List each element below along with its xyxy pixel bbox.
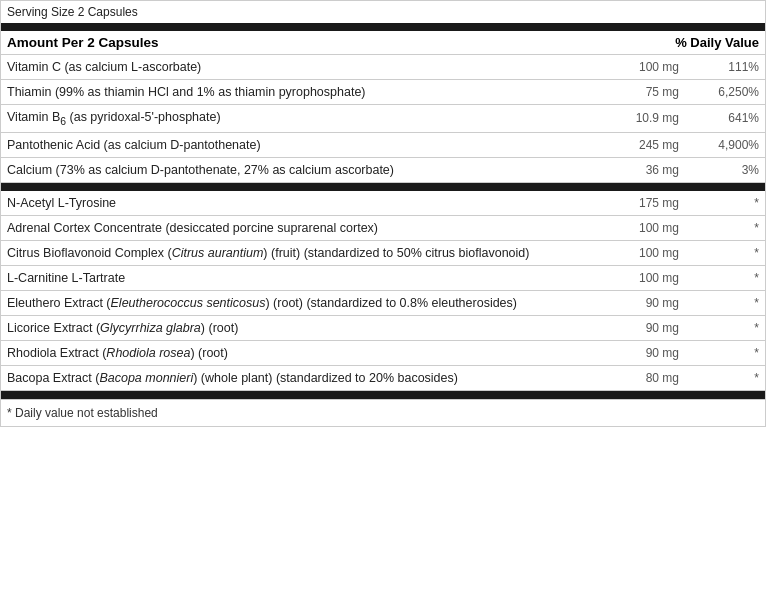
nutrient-amount: 175 mg xyxy=(609,196,689,210)
table-row: N-Acetyl L-Tyrosine 175 mg * xyxy=(1,191,765,216)
nutrient-dv: * xyxy=(689,346,759,360)
amount-per-label: Amount Per 2 Capsules xyxy=(7,35,159,50)
nutrient-dv: * xyxy=(689,271,759,285)
nutrient-amount: 80 mg xyxy=(609,371,689,385)
nutrient-dv: 3% xyxy=(689,163,759,177)
table-row: L-Carnitine L-Tartrate 100 mg * xyxy=(1,266,765,291)
table-row: Adrenal Cortex Concentrate (desiccated p… xyxy=(1,216,765,241)
nutrient-dv: 4,900% xyxy=(689,138,759,152)
table-row: Eleuthero Extract (Eleutherococcus senti… xyxy=(1,291,765,316)
nutrient-dv: 111% xyxy=(689,60,759,74)
table-row: Bacopa Extract (Bacopa monnieri) (whole … xyxy=(1,366,765,391)
nutrient-dv: * xyxy=(689,296,759,310)
footnote: * Daily value not established xyxy=(1,399,765,426)
nutrient-name: N-Acetyl L-Tyrosine xyxy=(7,196,609,210)
nutrient-dv: * xyxy=(689,371,759,385)
nutrient-amount: 100 mg xyxy=(609,271,689,285)
nutrient-dv: * xyxy=(689,321,759,335)
nutrient-dv: * xyxy=(689,246,759,260)
nutrient-name: Bacopa Extract (Bacopa monnieri) (whole … xyxy=(7,371,609,385)
nutrient-name: Calcium (73% as calcium D-pantothenate, … xyxy=(7,163,609,177)
amount-header: Amount Per 2 Capsules % Daily Value xyxy=(1,31,765,55)
footnote-text: * Daily value not established xyxy=(7,406,158,420)
nutrient-amount: 90 mg xyxy=(609,346,689,360)
nutrient-name: Eleuthero Extract (Eleutherococcus senti… xyxy=(7,296,609,310)
daily-value-label: % Daily Value xyxy=(675,35,759,50)
serving-size-text: Serving Size 2 Capsules xyxy=(7,5,138,19)
nutrient-dv: * xyxy=(689,221,759,235)
nutrient-amount: 245 mg xyxy=(609,138,689,152)
nutrient-name: Rhodiola Extract (Rhodiola rosea) (root) xyxy=(7,346,609,360)
vitamins-section: Vitamin C (as calcium L-ascorbate) 100 m… xyxy=(1,55,765,183)
nutrient-amount: 100 mg xyxy=(609,246,689,260)
table-row: Citrus Bioflavonoid Complex (Citrus aura… xyxy=(1,241,765,266)
nutrient-name: Pantothenic Acid (as calcium D-pantothen… xyxy=(7,138,609,152)
nutrient-name: L-Carnitine L-Tartrate xyxy=(7,271,609,285)
table-row: Calcium (73% as calcium D-pantothenate, … xyxy=(1,158,765,183)
nutrient-dv: 641% xyxy=(689,111,759,125)
nutrient-amount: 10.9 mg xyxy=(609,111,689,125)
serving-size: Serving Size 2 Capsules xyxy=(1,1,765,31)
nutrient-amount: 90 mg xyxy=(609,296,689,310)
nutrient-name: Licorice Extract (Glycyrrhiza glabra) (r… xyxy=(7,321,609,335)
nutrient-dv: * xyxy=(689,196,759,210)
table-row: Vitamin B6 (as pyridoxal-5'-phosphate) 1… xyxy=(1,105,765,133)
table-row: Pantothenic Acid (as calcium D-pantothen… xyxy=(1,133,765,158)
table-row: Vitamin C (as calcium L-ascorbate) 100 m… xyxy=(1,55,765,80)
nutrient-amount: 100 mg xyxy=(609,60,689,74)
nutrient-name: Vitamin B6 (as pyridoxal-5'-phosphate) xyxy=(7,110,609,127)
nutrient-amount: 36 mg xyxy=(609,163,689,177)
table-row: Licorice Extract (Glycyrrhiza glabra) (r… xyxy=(1,316,765,341)
table-row: Rhodiola Extract (Rhodiola rosea) (root)… xyxy=(1,341,765,366)
nutrient-amount: 75 mg xyxy=(609,85,689,99)
section-divider xyxy=(1,183,765,191)
nutrient-name: Vitamin C (as calcium L-ascorbate) xyxy=(7,60,609,74)
bottom-divider xyxy=(1,391,765,399)
nutrient-amount: 90 mg xyxy=(609,321,689,335)
nutrient-name: Citrus Bioflavonoid Complex (Citrus aura… xyxy=(7,246,609,260)
nutrient-amount: 100 mg xyxy=(609,221,689,235)
nutrition-label: Serving Size 2 Capsules Amount Per 2 Cap… xyxy=(0,0,766,427)
nutrient-name: Adrenal Cortex Concentrate (desiccated p… xyxy=(7,221,609,235)
table-row: Thiamin (99% as thiamin HCl and 1% as th… xyxy=(1,80,765,105)
other-ingredients-section: N-Acetyl L-Tyrosine 175 mg * Adrenal Cor… xyxy=(1,191,765,391)
nutrient-dv: 6,250% xyxy=(689,85,759,99)
nutrient-name: Thiamin (99% as thiamin HCl and 1% as th… xyxy=(7,85,609,99)
